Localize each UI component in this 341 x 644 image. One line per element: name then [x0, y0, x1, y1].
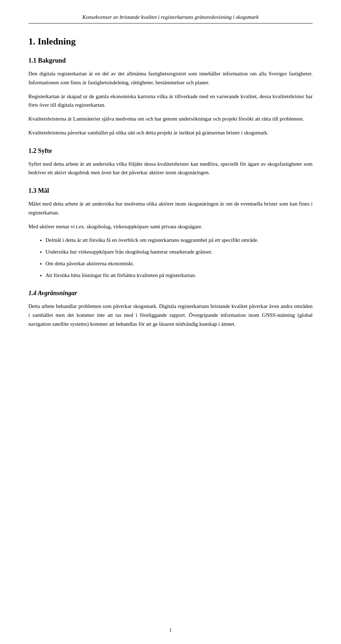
- chapter-title: 1. Inledning: [28, 36, 313, 47]
- section-1-3-bullets: Delmål i detta är att försöka få en över…: [45, 236, 313, 280]
- section-1-1-para-1: Den digitala registerkartan är en del av…: [28, 69, 313, 87]
- section-1-3-title: 1.3 Mål: [28, 187, 313, 195]
- bullet-item-3: Om detta påverkar aktörerna ekonomiskt.: [45, 259, 313, 268]
- bullet-item-4: Att försöka hitta lösningar för att förb…: [45, 271, 313, 280]
- header-title: Konsekvenser av bristande kvalitet i reg…: [82, 14, 259, 20]
- page-container: Konsekvenser av bristande kvalitet i reg…: [0, 0, 341, 644]
- section-1-2: 1.2 Syfte Syftet med detta arbete är att…: [28, 147, 313, 177]
- section-1-3-para-2: Med aktörer menar vi t.ex. skogsbolag, v…: [28, 222, 313, 231]
- section-1-1: 1.1 Bakgrund Den digitala registerkartan…: [28, 57, 313, 137]
- bullet-item-1: Delmål i detta är att försöka få en över…: [45, 236, 313, 245]
- page-number: 1: [0, 628, 341, 633]
- section-1-1-para-4: Kvalitetsbristerna påverkar samhället på…: [28, 128, 313, 137]
- main-content: 1. Inledning 1.1 Bakgrund Den digitala r…: [28, 36, 313, 329]
- section-1-2-title: 1.2 Syfte: [28, 147, 313, 155]
- section-1-2-para-1: Syftet med detta arbete är att undersöka…: [28, 160, 313, 177]
- section-1-3-para-1: Målet med detta arbete är att undersöka …: [28, 199, 313, 217]
- section-1-1-para-2: Registerkartan är skapad ur de gamla eko…: [28, 92, 313, 110]
- section-1-1-para-3: Kvalitetsbristerna är Lantmäteriet själv…: [28, 115, 313, 123]
- section-1-4-para-1: Detta arbete behandlar problemen som påv…: [28, 302, 313, 328]
- section-1-4: 1.4 Avgränsningar Detta arbete behandlar…: [28, 289, 313, 328]
- section-1-3: 1.3 Mål Målet med detta arbete är att un…: [28, 187, 313, 280]
- section-1-4-title: 1.4 Avgränsningar: [28, 289, 313, 297]
- page-header: Konsekvenser av bristande kvalitet i reg…: [28, 14, 313, 23]
- bullet-item-2: Undersöka hur virkesuppköpare från skogs…: [45, 248, 313, 256]
- section-1-1-title: 1.1 Bakgrund: [28, 57, 313, 64]
